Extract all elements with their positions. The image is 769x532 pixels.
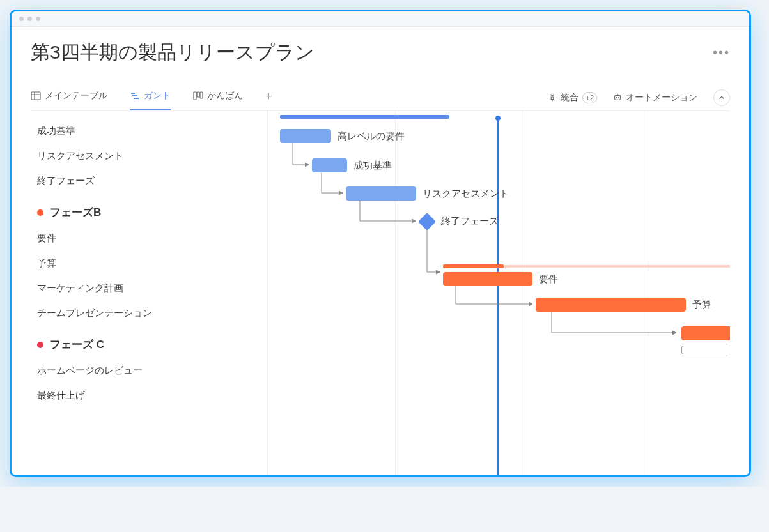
svg-rect-7	[197, 92, 199, 97]
phase-summary-bar[interactable]	[280, 115, 449, 119]
tab-label: ガント	[144, 90, 171, 102]
gantt-milestone-endphase[interactable]: 終了フェーズ	[421, 215, 433, 228]
task-item[interactable]: 予算	[37, 251, 267, 276]
tab-gantt[interactable]: ガント	[130, 85, 171, 110]
task-item[interactable]: リスクアセスメント	[37, 144, 267, 169]
page-title-row: 第3四半期の製品リリースプラン •••	[31, 40, 730, 66]
automation-button[interactable]: オートメーション	[613, 92, 697, 103]
task-item[interactable]: 要件	[37, 226, 267, 251]
svg-point-11	[618, 97, 619, 98]
gantt-bar-success[interactable]: 成功基準	[312, 158, 347, 172]
today-marker-line	[497, 118, 499, 475]
diamond-icon	[418, 213, 436, 231]
task-item[interactable]: マーケティング計画	[37, 276, 267, 301]
tab-label: メインテーブル	[45, 90, 107, 102]
gantt-chart-area[interactable]: 高レベルの要件 成功基準 リスクアセスメント 終了フェーズ 要件	[267, 111, 730, 475]
svg-rect-6	[194, 92, 196, 100]
today-marker-dot	[495, 116, 501, 121]
robot-icon	[613, 93, 622, 103]
tab-main-table[interactable]: メインテーブル	[31, 85, 107, 110]
phase-b-summary-light[interactable]	[504, 265, 730, 268]
gantt-bar-label: 成功基準	[353, 160, 392, 172]
tab-kanban[interactable]: かんばん	[193, 85, 243, 110]
svg-point-10	[616, 97, 617, 98]
integrate-button[interactable]: 統合 +2	[548, 92, 597, 103]
gantt-bar-highlevel[interactable]: 高レベルの要件	[280, 129, 331, 143]
toolbar-left: メインテーブル ガント かんばん +	[31, 85, 272, 110]
toolbar-right: 統合 +2 オートメーション	[548, 89, 730, 106]
window-dot	[19, 17, 24, 21]
phase-color-dot	[37, 209, 43, 216]
task-list-sidebar: 成功基準 リスクアセスメント 終了フェーズ フェーズB 要件 予算 マーケティン…	[31, 111, 267, 475]
app-window: 第3四半期の製品リリースプラン ••• メインテーブル ガント	[10, 10, 751, 477]
phase-header-c[interactable]: フェーズ C	[37, 326, 267, 358]
phase-title: フェーズ C	[50, 337, 104, 352]
gantt-bar-label: 高レベルの要件	[338, 130, 405, 142]
gantt-bar-outline[interactable]	[681, 346, 730, 354]
grid-line	[648, 111, 648, 475]
gantt-bar-budget[interactable]: 予算	[536, 298, 686, 312]
task-item[interactable]: 最終仕上げ	[37, 383, 267, 408]
task-item[interactable]: 成功基準	[37, 119, 267, 144]
collapse-button[interactable]	[713, 89, 730, 106]
plug-icon	[548, 93, 557, 103]
gantt-bar-label: リスクアセスメント	[423, 188, 509, 200]
gantt-bar-marketing[interactable]	[681, 326, 730, 340]
grid-line	[522, 111, 522, 475]
content-area: 第3四半期の製品リリースプラン ••• メインテーブル ガント	[12, 27, 749, 475]
window-title-bar	[12, 11, 749, 27]
phase-color-dot	[37, 342, 43, 348]
svg-rect-8	[200, 92, 203, 98]
grid-line	[267, 111, 268, 475]
page-title: 第3四半期の製品リリースプラン	[31, 40, 315, 66]
task-item[interactable]: ホームページのレビュー	[37, 358, 267, 383]
table-icon	[31, 91, 41, 101]
more-menu-icon[interactable]: •••	[713, 45, 730, 60]
gantt-bar-label: 要件	[539, 273, 558, 285]
gantt-bar-label: 予算	[692, 299, 711, 311]
window-dot	[36, 17, 40, 21]
phase-title: フェーズB	[50, 205, 101, 220]
integrate-label: 統合	[561, 92, 579, 103]
view-toolbar: メインテーブル ガント かんばん +	[31, 85, 730, 111]
gantt-icon	[130, 91, 140, 101]
task-item[interactable]: 終了フェーズ	[37, 169, 267, 194]
tab-label: かんばん	[207, 90, 243, 102]
gantt-bar-label: 終了フェーズ	[441, 215, 499, 227]
gantt-bar-requirements[interactable]: 要件	[443, 272, 532, 286]
integrate-badge: +2	[582, 92, 597, 103]
automation-label: オートメーション	[626, 92, 697, 103]
phase-header-b[interactable]: フェーズB	[37, 194, 267, 226]
task-item[interactable]: チームプレゼンテーション	[37, 301, 267, 326]
kanban-icon	[193, 91, 203, 101]
grid-line	[395, 111, 396, 475]
add-tab-button[interactable]: +	[265, 90, 272, 106]
window-dot	[27, 17, 32, 21]
phase-b-summary-solid[interactable]	[443, 264, 504, 268]
gantt-container: 成功基準 リスクアセスメント 終了フェーズ フェーズB 要件 予算 マーケティン…	[31, 111, 730, 475]
svg-rect-9	[615, 95, 621, 100]
gantt-bar-risk[interactable]: リスクアセスメント	[346, 186, 416, 201]
svg-rect-0	[31, 92, 40, 100]
